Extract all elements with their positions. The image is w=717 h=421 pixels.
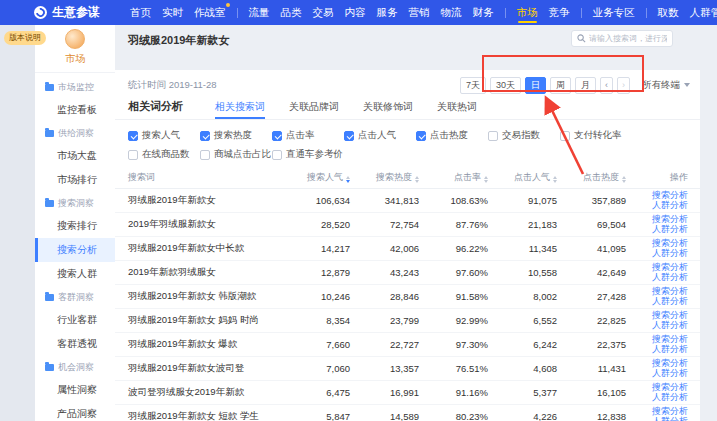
sidebar-item-attribute-insight[interactable]: 属性洞察 [35,378,115,402]
action-link-search-analysis[interactable]: 搜索分析 [634,238,688,249]
sort-carets-icon[interactable] [553,176,557,183]
action-link-search-analysis[interactable]: 搜索分析 [634,190,688,201]
sidebar-item-market-ranking[interactable]: 市场排行 [35,168,115,192]
action-link-search-analysis[interactable]: 搜索分析 [634,382,688,393]
checkbox-icon [128,150,138,160]
metric-checkbox-trade-index[interactable]: 交易指数 [488,129,560,142]
action-link-audience-analysis[interactable]: 人群分析 [634,200,688,211]
metric-label: 搜索热度 [214,129,252,142]
nav-item-home[interactable]: 首页 [130,0,151,25]
folder-icon [45,364,54,371]
granularity-button-day[interactable]: 日 [525,77,546,94]
metric-checkbox-click-popularity[interactable]: 点击人气 [344,129,416,142]
version-notes-badge[interactable]: 版本说明 [4,31,46,45]
keyword-search-box[interactable] [571,30,673,47]
actions-cell: 搜索分析人群分析 [630,212,700,236]
sort-carets-icon[interactable] [484,176,488,183]
nav-menu: 首页实时作战室流量品类交易内容服务营销物流财务市场竞争业务专区取数人群管理学院 [130,0,717,25]
subtab-related-search-words[interactable]: 相关搜索词 [215,100,265,119]
cell-click_heat: 12,838 [561,404,630,421]
sort-carets-icon[interactable] [346,176,350,183]
action-link-search-analysis[interactable]: 搜索分析 [634,334,688,345]
sort-carets-icon[interactable] [415,176,419,183]
sidebar-item-search-analysis[interactable]: 搜索分析 [35,238,115,262]
column-header-ctr[interactable]: 点击率 [423,168,492,188]
sidebar-item-search-ranking[interactable]: 搜索排行 [35,214,115,238]
granularity-button-week[interactable]: 周 [550,77,571,94]
subtab-related-hot-words[interactable]: 关联热词 [437,100,477,119]
next-period-button[interactable]: › [617,77,630,94]
nav-item-marketing[interactable]: 营销 [409,0,430,25]
action-link-search-analysis[interactable]: 搜索分析 [634,406,688,417]
action-link-search-analysis[interactable]: 搜索分析 [634,310,688,321]
subtab-related-brand-words[interactable]: 关联品牌词 [289,100,339,119]
search-icon [577,34,586,43]
prev-period-button[interactable]: ‹ [600,77,613,94]
metric-checkbox-pay-conversion[interactable]: 支付转化率 [560,129,632,142]
left-gutter: 版本说明 [0,25,35,421]
action-link-search-analysis[interactable]: 搜索分析 [634,262,688,273]
action-link-search-analysis[interactable]: 搜索分析 [634,286,688,297]
sort-carets-icon[interactable] [622,176,626,183]
nav-item-business-zone[interactable]: 业务专区 [593,0,635,25]
metric-checkbox-ztc-ref-price[interactable]: 直通车参考价 [272,148,344,161]
nav-item-service[interactable]: 服务 [377,0,398,25]
nav-item-market[interactable]: 市场 [517,0,538,25]
sidebar-item-product-insight[interactable]: 产品洞察 [35,402,115,421]
metric-checkbox-ctr[interactable]: 点击率 [272,129,344,142]
nav-item-traffic[interactable]: 流量 [249,0,270,25]
terminal-filter-dropdown[interactable]: 所有终端 [642,79,690,92]
cell-search_heat: 13,357 [354,356,423,380]
nav-item-data-fetch[interactable]: 取数 [658,0,679,25]
column-header-click_heat[interactable]: 点击热度 [561,168,630,188]
action-link-audience-analysis[interactable]: 人群分析 [634,296,688,307]
action-link-search-analysis[interactable]: 搜索分析 [634,358,688,369]
subtab-related-modifier-words[interactable]: 关联修饰词 [363,100,413,119]
cell-click_heat: 22,825 [561,308,630,332]
metric-checkbox-search-popularity[interactable]: 搜索人气 [128,129,200,142]
cell-click_popularity: 6,552 [492,308,561,332]
granularity-button-month[interactable]: 月 [575,77,596,94]
column-header-label: 点击率 [454,172,481,182]
actions-cell: 搜索分析人群分析 [630,236,700,260]
column-header-search_heat[interactable]: 搜索热度 [354,168,423,188]
action-link-audience-analysis[interactable]: 人群分析 [634,416,688,421]
statistics-time-label: 统计时间 [128,79,166,90]
cell-search_popularity: 14,217 [285,236,354,260]
action-link-search-analysis[interactable]: 搜索分析 [634,214,688,225]
metric-checkbox-search-heat[interactable]: 搜索热度 [200,129,272,142]
nav-item-logistics[interactable]: 物流 [441,0,462,25]
sidebar-item-monitor-board[interactable]: 监控看板 [35,98,115,122]
action-link-audience-analysis[interactable]: 人群分析 [634,368,688,379]
column-header-click_popularity[interactable]: 点击人气 [492,168,561,188]
action-link-audience-analysis[interactable]: 人群分析 [634,248,688,259]
action-link-audience-analysis[interactable]: 人群分析 [634,320,688,331]
metric-checkbox-online-products[interactable]: 在线商品数 [128,148,200,161]
nav-item-audience-manage[interactable]: 人群管理 [690,0,717,25]
nav-item-war-room[interactable]: 作战室 [194,0,226,25]
cell-search_heat: 23,799 [354,308,423,332]
range-button-30d[interactable]: 30天 [490,77,521,94]
nav-item-finance[interactable]: 财务 [473,0,494,25]
nav-item-category[interactable]: 品类 [281,0,302,25]
app-logo[interactable]: 生意参谋 [34,4,100,21]
nav-item-content[interactable]: 内容 [345,0,366,25]
sidebar-item-customer-perspective[interactable]: 客群透视 [35,332,115,356]
actions-cell: 搜索分析人群分析 [630,284,700,308]
action-link-audience-analysis[interactable]: 人群分析 [634,344,688,355]
nav-item-compete[interactable]: 竞争 [549,0,570,25]
checkbox-icon [272,131,282,141]
range-button-7d[interactable]: 7天 [460,77,486,94]
metric-checkbox-click-heat[interactable]: 点击热度 [416,129,488,142]
action-link-audience-analysis[interactable]: 人群分析 [634,224,688,235]
sidebar-item-industry-customers[interactable]: 行业客群 [35,308,115,332]
search-input[interactable] [589,34,667,43]
nav-item-trade[interactable]: 交易 [313,0,334,25]
sidebar-item-market-overview[interactable]: 市场大盘 [35,144,115,168]
metric-checkbox-mall-click-ratio[interactable]: 商城点击占比 [200,148,272,161]
column-header-search_popularity[interactable]: 搜索人气 [285,168,354,188]
action-link-audience-analysis[interactable]: 人群分析 [634,272,688,283]
nav-item-realtime[interactable]: 实时 [162,0,183,25]
sidebar-item-search-audience[interactable]: 搜索人群 [35,262,115,286]
action-link-audience-analysis[interactable]: 人群分析 [634,392,688,403]
